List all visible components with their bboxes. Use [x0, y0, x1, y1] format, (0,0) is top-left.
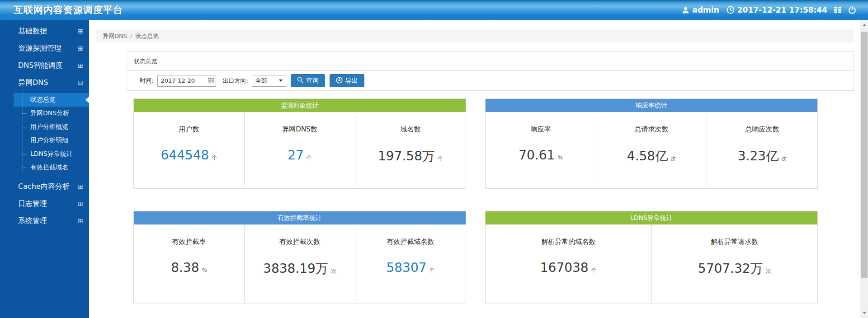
- stat-value[interactable]: 58307: [386, 260, 426, 275]
- card-response-rate: 响应率统计 响应率 70.61% 总请求次数 4.58亿次 总响应次数 3.23…: [485, 98, 818, 189]
- expand-plus-icon[interactable]: ⊞: [78, 62, 83, 69]
- sidebar-item-label: 基础数据: [18, 27, 47, 36]
- breadcrumb-parent[interactable]: 异网DNS: [103, 32, 127, 40]
- collapse-minus-icon[interactable]: ⊟: [78, 80, 83, 86]
- date-value: 2017-12-20: [160, 77, 195, 84]
- chevron-down-icon: [279, 80, 283, 82]
- stat-block-count: 有效拦截次数 3838.19万次: [244, 224, 355, 303]
- sidebar-item-label: 资源探测管理: [18, 44, 61, 53]
- status-overview-panel: 状态总览 时间: 2017-12-20 出口方向: 全部 查询: [127, 51, 854, 91]
- direction-select[interactable]: 全部: [252, 75, 286, 87]
- scrollbar-thumb[interactable]: [861, 32, 868, 278]
- scroll-down-arrow-icon[interactable]: [860, 309, 868, 317]
- stat-anomaly-request-count: 解析异常请求数 5707.32万次: [651, 224, 818, 303]
- datetime-label: 2017-12-21 17:58:44: [737, 5, 827, 14]
- stat-anomaly-domain-count: 解析异常的域名数 167038个: [486, 224, 651, 303]
- breadcrumb-separator: /: [130, 33, 132, 39]
- stat-value[interactable]: 27: [288, 148, 304, 163]
- expand-plus-icon[interactable]: ⊞: [78, 201, 83, 207]
- user-icon: [682, 6, 689, 14]
- download-circle-icon: [336, 77, 343, 85]
- expand-plus-icon[interactable]: ⊞: [78, 28, 83, 34]
- sidebar-item-dns-scheduling[interactable]: DNS智能调度 ⊞: [0, 57, 89, 74]
- date-input[interactable]: 2017-12-20: [157, 75, 216, 87]
- stat-foreign-dns-count: 异网DNS数 27个: [244, 112, 355, 187]
- submenu-item-effective-block-domains[interactable]: 有效拦截域名: [0, 161, 89, 174]
- submenu-item-label: 状态总览: [30, 96, 56, 104]
- stat-block-domain-count: 有效拦截域名数 58307个: [355, 224, 466, 303]
- submenu-item-label: 用户分析明细: [30, 136, 68, 145]
- vertical-scrollbar[interactable]: [860, 20, 868, 318]
- stat-unit: 个: [307, 154, 312, 162]
- submenu-item-label: 用户分析概览: [30, 123, 68, 131]
- card-ldns-anomaly: LDNS异常统计 解析异常的域名数 167038个 解析异常请求数 5707.3…: [485, 211, 818, 304]
- submenu-item-user-analysis-overview[interactable]: 用户分析概览: [0, 120, 89, 134]
- grid-menu-icon[interactable]: [834, 6, 842, 14]
- submenu-item-foreign-dns-analysis[interactable]: 异网DNS分析: [0, 107, 89, 120]
- submenu-item-user-analysis-detail[interactable]: 用户分析明细: [0, 134, 89, 147]
- card-header: 监测对象统计: [134, 99, 466, 112]
- top-header-bar: 互联网内容资源调度平台 admin 2017-12-21 17:58:44: [0, 0, 868, 20]
- expand-plus-icon[interactable]: ⊞: [78, 183, 83, 190]
- stat-label: 有效拦截域名数: [387, 238, 434, 246]
- submenu-item-label: 有效拦截域名: [30, 164, 68, 172]
- sidebar-item-label: 异网DNS: [18, 78, 48, 88]
- stat-value[interactable]: 644548: [161, 148, 209, 163]
- submenu-item-label: 异网DNS分析: [30, 109, 69, 117]
- sidebar-item-system-management[interactable]: 系统管理 ⊞: [0, 212, 89, 229]
- stat-unit: 次: [781, 155, 787, 163]
- stat-label: 总响应次数: [745, 125, 779, 134]
- sidebar-nav: 基础数据 ⊞ 资源探测管理 ⊞ DNS智能调度 ⊞ 异网DNS ⊟ 状态总览 异…: [0, 20, 89, 318]
- stat-unit: 个: [591, 267, 597, 274]
- username-label[interactable]: admin: [692, 5, 719, 14]
- stat-value: 3.23亿: [738, 148, 778, 165]
- header-right-group: admin 2017-12-21 17:58:44: [682, 5, 868, 14]
- stat-value: 3838.19万: [263, 260, 328, 277]
- stat-label: 总请求次数: [635, 125, 669, 134]
- query-button[interactable]: 查询: [291, 74, 325, 87]
- stat-value: 70.61: [519, 148, 555, 163]
- app-title: 互联网内容资源调度平台: [0, 4, 123, 16]
- clock-icon: [726, 6, 735, 14]
- breadcrumb-current: 状态总览: [135, 32, 159, 40]
- direction-selected-value: 全部: [255, 77, 267, 85]
- tree-tick: [22, 100, 27, 100]
- main-content: 异网DNS / 状态总览 状态总览 时间: 2017-12-20 出口方向: 全…: [89, 20, 860, 318]
- foreign-dns-submenu: 状态总览 异网DNS分析 用户分析概览 用户分析明细 LDNS异常统计 有效拦截…: [0, 91, 89, 178]
- sidebar-item-resource-probe[interactable]: 资源探测管理 ⊞: [0, 40, 89, 57]
- sidebar-item-foreign-dns[interactable]: 异网DNS ⊟: [0, 74, 89, 91]
- stat-unit: 次: [331, 267, 336, 275]
- card-body: 响应率 70.61% 总请求次数 4.58亿次 总响应次数 3.23亿次: [486, 112, 817, 187]
- sidebar-item-label: DNS智能调度: [18, 61, 62, 70]
- card-header: 有效拦截率统计: [134, 211, 466, 224]
- time-label: 时间:: [140, 77, 153, 85]
- calendar-icon[interactable]: [208, 77, 214, 84]
- scroll-up-arrow-icon[interactable]: [860, 21, 868, 29]
- stat-label: 解析异常的域名数: [541, 238, 595, 246]
- stat-block-rate: 有效拦截率 8.38%: [134, 224, 244, 303]
- stat-label: 解析异常请求数: [711, 238, 758, 246]
- sidebar-item-basic-data[interactable]: 基础数据 ⊞: [0, 23, 89, 40]
- stat-value: 4.58亿: [627, 148, 668, 165]
- expand-plus-icon[interactable]: ⊞: [78, 45, 83, 51]
- stat-value: 5707.32万: [698, 260, 763, 277]
- submenu-item-ldns-anomaly-stats[interactable]: LDNS异常统计: [0, 147, 89, 161]
- tree-tick: [22, 154, 27, 154]
- sidebar-item-cache-analysis[interactable]: Cache内容分析 ⊞: [0, 178, 89, 195]
- card-body: 解析异常的域名数 167038个 解析异常请求数 5707.32万次: [486, 224, 817, 303]
- sidebar-item-log-management[interactable]: 日志管理 ⊞: [0, 195, 89, 212]
- filter-toolbar: 时间: 2017-12-20 出口方向: 全部 查询: [127, 71, 854, 90]
- breadcrumb: 异网DNS / 状态总览: [96, 29, 854, 42]
- submenu-item-status-overview[interactable]: 状态总览: [0, 93, 89, 107]
- tree-tick: [22, 127, 27, 127]
- export-button[interactable]: 导出: [330, 74, 364, 87]
- power-icon[interactable]: [848, 6, 856, 14]
- expand-plus-icon[interactable]: ⊞: [78, 218, 83, 224]
- stat-value: 197.58万: [378, 148, 435, 165]
- stat-user-count: 用户数 644548个: [134, 112, 244, 187]
- card-body: 有效拦截率 8.38% 有效拦截次数 3838.19万次 有效拦截域名数 583…: [134, 224, 466, 303]
- stat-unit: 个: [429, 267, 435, 274]
- stat-value: 167038: [540, 260, 589, 275]
- tree-tick: [22, 168, 27, 168]
- card-block-rate: 有效拦截率统计 有效拦截率 8.38% 有效拦截次数 3838.19万次 有效拦…: [133, 211, 466, 304]
